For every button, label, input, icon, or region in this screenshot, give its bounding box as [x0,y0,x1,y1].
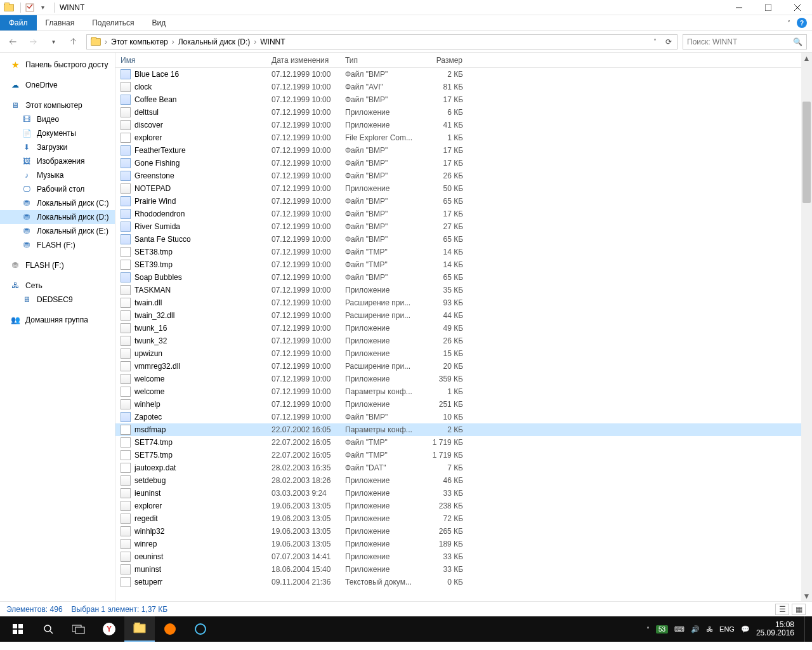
file-row[interactable]: oeuninst07.07.2003 14:41Приложение33 КБ [115,550,812,563]
scroll-up-icon[interactable]: ▲ [801,53,812,63]
file-row[interactable]: regedit19.06.2003 13:05Приложение72 КБ [115,512,812,525]
file-row[interactable]: NOTEPAD07.12.1999 10:00Приложение50 КБ [115,182,812,195]
file-row[interactable]: welcome07.12.1999 10:00Приложение359 КБ [115,373,812,385]
file-row[interactable]: Santa Fe Stucco07.12.1999 10:00Файл "BMP… [115,233,812,246]
sidebar-item[interactable]: 🖵Рабочий стол [0,182,115,196]
network-tray-icon[interactable]: 🖧 [706,625,713,633]
file-row[interactable]: River Sumida07.12.1999 10:00Файл "BMP"27… [115,220,812,233]
file-row[interactable]: muninst18.06.2004 15:40Приложение33 КБ [115,563,812,576]
up-button[interactable]: 🡡 [66,34,81,50]
action-center-icon[interactable]: 💬 [741,625,750,633]
maximize-button[interactable] [754,0,783,15]
file-row[interactable]: SET75.tmp22.07.2002 16:05Файл "TMP"1 719… [115,449,812,461]
clock[interactable]: 15:08 25.09.2016 [756,621,794,637]
sidebar-item[interactable]: ⛃Локальный диск (E:) [0,224,115,238]
col-size[interactable]: Размер [419,53,467,67]
file-row[interactable]: setdebug28.02.2003 18:26Приложение46 КБ [115,474,812,487]
file-row[interactable]: Gone Fishing07.12.1999 10:00Файл "BMP"17… [115,157,812,169]
file-row[interactable]: Greenstone07.12.1999 10:00Файл "BMP"26 К… [115,169,812,182]
taskbar-app-yandex[interactable]: Y [94,616,124,642]
sidebar-homegroup[interactable]: 👥Домашняя группа [0,313,115,327]
file-row[interactable]: TASKMAN07.12.1999 10:00Приложение35 КБ [115,284,812,296]
file-row[interactable]: winhlp3219.06.2003 13:05Приложение265 КБ [115,525,812,538]
sidebar-item[interactable]: ⛃FLASH (F:) [0,238,115,252]
file-row[interactable]: Zapotec07.12.1999 10:00Файл "BMP"10 КБ [115,411,812,423]
tab-file[interactable]: Файл [0,15,37,30]
sidebar-item[interactable]: ♪Музыка [0,168,115,182]
file-row[interactable]: upwizun07.12.1999 10:00Приложение15 КБ [115,347,812,360]
vertical-scrollbar[interactable]: ▲ ▼ [801,53,812,601]
view-details-button[interactable]: ☰ [775,604,789,615]
file-row[interactable]: winhelp07.12.1999 10:00Приложение251 КБ [115,398,812,411]
file-row[interactable]: SET39.tmp07.12.1999 10:00Файл "TMP"14 КБ [115,258,812,271]
file-row[interactable]: twunk_3207.12.1999 10:00Приложение26 КБ [115,335,812,347]
file-row[interactable]: explorer19.06.2003 13:05Приложение238 КБ [115,500,812,512]
sidebar-network[interactable]: 🖧Сеть [0,279,115,293]
col-type[interactable]: Тип [345,53,419,67]
sidebar-item[interactable]: 📄Документы [0,126,115,140]
view-large-button[interactable]: ▦ [792,604,806,615]
file-row[interactable]: SET38.tmp07.12.1999 10:00Файл "TMP"14 КБ [115,246,812,258]
file-row[interactable]: Coffee Bean07.12.1999 10:00Файл "BMP"17 … [115,93,812,106]
ribbon-expand-icon[interactable]: ˅ [787,20,790,27]
file-row[interactable]: clock07.12.1999 10:00Файл "AVI"81 КБ [115,81,812,93]
show-desktop-button[interactable] [804,616,808,642]
col-date[interactable]: Дата изменения [272,53,345,67]
breadcrumb[interactable]: WINNT [258,35,287,49]
tab-view[interactable]: Вид [143,15,174,30]
close-button[interactable] [783,0,812,15]
breadcrumb[interactable]: Этот компьютер [108,35,171,49]
file-row[interactable]: welcome07.12.1999 10:00Параметры конф...… [115,385,812,398]
forward-button[interactable]: 🡢 [25,34,41,50]
start-button[interactable] [3,616,33,642]
taskbar-app-explorer[interactable] [124,616,155,642]
language-indicator[interactable]: ENG [719,625,735,633]
file-row[interactable]: discover07.12.1999 10:00Приложение41 КБ [115,119,812,131]
sidebar-this-pc[interactable]: 🖥Этот компьютер [0,98,115,112]
file-row[interactable]: ieuninst03.03.2003 9:24Приложение33 КБ [115,487,812,500]
file-row[interactable]: Soap Bubbles07.12.1999 10:00Файл "BMP"65… [115,271,812,284]
file-row[interactable]: Blue Lace 1607.12.1999 10:00Файл "BMP"2 … [115,68,812,81]
taskbar-app-player[interactable] [185,616,216,642]
back-button[interactable]: 🡠 [5,34,20,50]
file-row[interactable]: twunk_1607.12.1999 10:00Приложение49 КБ [115,322,812,335]
file-row[interactable]: twain.dll07.12.1999 10:00Расширение при.… [115,296,812,309]
sidebar-item[interactable]: ⛃Локальный диск (C:) [0,196,115,210]
file-row[interactable]: jautoexp.dat28.02.2003 16:35Файл "DAT"7 … [115,461,812,474]
sidebar-item[interactable]: ⬇Загрузки [0,140,115,154]
file-row[interactable]: Rhododendron07.12.1999 10:00Файл "BMP"17… [115,208,812,220]
file-row[interactable]: setuperr09.11.2004 21:36Текстовый докум.… [115,576,812,588]
file-row[interactable]: SET74.tmp22.07.2002 16:05Файл "TMP"1 719… [115,436,812,449]
tray-overflow-icon[interactable]: ˄ [646,626,650,633]
tab-share[interactable]: Поделиться [83,15,143,30]
breadcrumb[interactable]: Локальный диск (D:) [176,35,253,49]
file-row[interactable]: vmmreg32.dll07.12.1999 10:00Расширение п… [115,360,812,373]
minimize-button[interactable] [724,0,754,15]
file-row[interactable]: twain_32.dll07.12.1999 10:00Расширение п… [115,309,812,322]
file-row[interactable]: delttsul07.12.1999 10:00Приложение6 КБ [115,106,812,119]
taskview-button[interactable] [63,616,94,642]
qat-dropdown-icon[interactable]: ▾ [37,3,48,13]
sidebar-item[interactable]: 🖼Изображения [0,154,115,168]
address-dropdown-icon[interactable]: ˅ [648,35,662,49]
volume-icon[interactable]: 🔊 [691,625,700,633]
sidebar-flash[interactable]: ⛃FLASH (F:) [0,258,115,272]
sidebar-onedrive[interactable]: ☁OneDrive [0,78,115,92]
file-row[interactable]: Prairie Wind07.12.1999 10:00Файл "BMP"65… [115,195,812,208]
tab-home[interactable]: Главная [37,15,84,30]
tray-badge[interactable]: 53 [656,625,668,633]
address-bar[interactable]: › Этот компьютер › Локальный диск (D:) ›… [86,34,678,50]
search-button[interactable] [33,616,63,642]
refresh-button[interactable]: ⟳ [662,35,676,49]
scroll-thumb[interactable] [802,102,811,203]
file-row[interactable]: msdfmap22.07.2002 16:05Параметры конф...… [115,423,812,436]
file-row[interactable]: FeatherTexture07.12.1999 10:00Файл "BMP"… [115,144,812,157]
touch-keyboard-icon[interactable]: ⌨ [674,625,684,633]
sidebar-item[interactable]: ⛃Локальный диск (D:) [0,210,115,224]
properties-icon[interactable] [25,3,35,13]
help-icon[interactable]: ? [797,18,807,28]
sidebar-quick-access[interactable]: ★Панель быстрого досту [0,58,115,72]
sidebar-computer[interactable]: 🖥DEDSEC9 [0,293,115,307]
file-row[interactable]: explorer07.12.1999 10:00File Explorer Co… [115,131,812,144]
file-row[interactable]: winrep19.06.2003 13:05Приложение189 КБ [115,538,812,550]
